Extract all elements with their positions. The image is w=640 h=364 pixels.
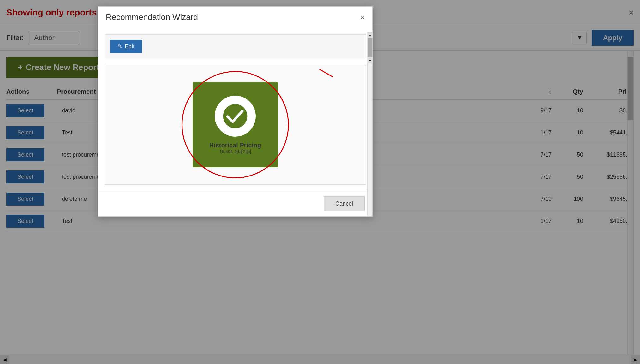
historical-pricing-card[interactable]: Historical Pricing 15.404-1[b][2][ii] [193,82,278,167]
checkmark-svg [223,104,248,129]
card-title: Historical Pricing [209,142,261,149]
modal-close-button[interactable]: × [360,14,365,21]
card-subtitle: 15.404-1[b][2][ii] [219,149,251,154]
modal-scrollbar[interactable]: ▲ ▼ [367,32,372,216]
edit-icon: ✎ [117,43,122,50]
modal-header: Recommendation Wizard × [98,7,372,28]
cancel-button[interactable]: Cancel [324,196,365,211]
red-line-annotation [319,69,333,78]
recommendation-wizard-modal: Recommendation Wizard × ✎ Edit [98,6,373,217]
modal-scroll-down[interactable]: ▼ [368,57,373,63]
edit-label: Edit [125,43,135,50]
edit-bar: ✎ Edit [105,34,366,58]
modal-scroll-thumb [368,38,372,57]
modal-footer: Cancel [98,191,372,216]
page-wrapper: Showing only reports 123-A × Filter: Aut… [0,0,640,364]
modal-body: ✎ Edit Historical Pricing [98,28,372,191]
modal-title: Recommendation Wizard [106,12,198,22]
modal-scroll-up[interactable]: ▲ [368,32,373,38]
edit-button[interactable]: ✎ Edit [110,40,142,53]
wizard-content: Historical Pricing 15.404-1[b][2][ii] [105,65,366,185]
card-checkmark [215,96,256,137]
